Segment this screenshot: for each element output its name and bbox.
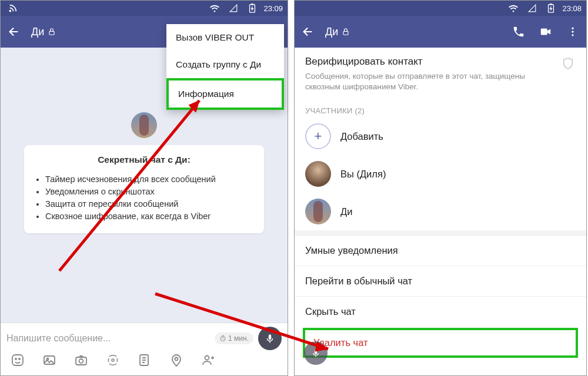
avatar — [305, 161, 331, 187]
contact-avatar[interactable] — [131, 112, 157, 138]
menu-information[interactable]: Информация — [166, 78, 284, 110]
gif-icon[interactable] — [105, 352, 121, 368]
participant-you[interactable]: Вы (Диля) — [295, 155, 586, 193]
hide-chat[interactable]: Скрыть чат — [295, 296, 586, 327]
battery-icon — [245, 1, 260, 16]
svg-rect-20 — [343, 31, 348, 35]
svg-rect-10 — [76, 357, 86, 365]
svg-point-0 — [9, 11, 11, 12]
contact-share-icon[interactable] — [201, 352, 216, 368]
back-icon[interactable] — [6, 24, 22, 39]
svg-point-11 — [79, 359, 83, 363]
signal-icon — [226, 1, 241, 16]
svg-point-24 — [572, 34, 573, 36]
composer-stub — [299, 341, 335, 367]
svg-rect-5 — [12, 355, 23, 365]
message-input[interactable]: Напишите сообщение... — [6, 333, 215, 344]
verify-contact[interactable]: Верифицировать контакт Сообщения, которы… — [295, 48, 586, 100]
svg-rect-21 — [541, 29, 547, 35]
location-icon[interactable] — [169, 352, 184, 368]
clock-text: 23:09 — [263, 4, 283, 13]
bullet: Таймер исчезновения для всех сообщений — [45, 173, 253, 186]
svg-point-12 — [112, 359, 114, 361]
clock-text: 23:08 — [562, 4, 582, 13]
wifi-icon — [506, 1, 521, 16]
delete-chat[interactable]: Удалить чат — [303, 328, 578, 358]
participant-other[interactable]: Ди — [295, 193, 586, 230]
timer-pill[interactable]: 1 мин. — [215, 333, 253, 344]
to-normal-chat[interactable]: Перейти в обычный чат — [295, 266, 586, 296]
info-body: Верифицировать контакт Сообщения, которы… — [295, 48, 586, 375]
overflow-menu: Вызов VIBER OUT Создать группу с Ди Инфо… — [166, 24, 284, 110]
shield-icon — [560, 56, 576, 71]
svg-point-15 — [205, 356, 209, 360]
call-icon[interactable] — [511, 24, 526, 39]
svg-point-7 — [19, 358, 20, 360]
statusbar: 23:09 — [1, 1, 288, 16]
gallery-icon[interactable] — [42, 352, 57, 368]
card-bullets: Таймер исчезновения для всех сообщений У… — [35, 173, 253, 223]
menu-viber-out[interactable]: Вызов VIBER OUT — [166, 24, 284, 51]
svg-rect-3 — [49, 31, 54, 35]
composer: Напишите сообщение... 1 мин. — [1, 323, 288, 375]
smart-notifications[interactable]: Умные уведомления — [295, 235, 586, 266]
svg-rect-2 — [252, 4, 254, 5]
bullet: Уведомления о скриншотах — [45, 186, 253, 198]
chat-title[interactable]: Ди — [325, 26, 350, 38]
video-icon[interactable] — [538, 24, 553, 39]
statusbar: 23:08 — [295, 1, 586, 16]
camera-icon[interactable] — [74, 352, 89, 368]
clock-icon — [219, 335, 226, 342]
card-title: Секретный чат с Ди: — [35, 155, 253, 165]
lock-icon — [48, 28, 56, 36]
rss-icon — [5, 1, 21, 16]
verify-title: Верифицировать контакт — [305, 56, 560, 68]
composer-tools — [6, 350, 282, 368]
svg-point-23 — [572, 31, 573, 32]
add-participant[interactable]: + Добавить — [295, 118, 586, 155]
participants-label: УЧАСТНИКИ (2) — [295, 100, 586, 118]
wifi-icon — [207, 1, 222, 16]
phone-right: 23:08 Ди Верифицировать контакт Сообщени… — [294, 0, 587, 376]
svg-rect-19 — [550, 4, 553, 5]
signal-icon — [524, 1, 540, 16]
overflow-icon[interactable] — [565, 24, 580, 39]
appbar: Ди — [295, 16, 586, 48]
back-icon[interactable] — [300, 24, 316, 39]
bullet: Защита от пересылки сообщений — [45, 198, 253, 210]
secret-chat-card: Секретный чат с Ди: Таймер исчезновения … — [24, 145, 264, 233]
avatar — [305, 199, 331, 224]
svg-point-22 — [572, 28, 573, 29]
mic-icon — [265, 333, 275, 344]
mic-button[interactable] — [258, 327, 282, 350]
svg-point-6 — [15, 358, 16, 360]
menu-create-group[interactable]: Создать группу с Ди — [166, 51, 284, 78]
phone-left: 23:09 Ди Секретный чат с Ди: Таймер исче… — [0, 0, 288, 376]
plus-icon: + — [305, 123, 331, 149]
chat-title[interactable]: Ди — [31, 26, 56, 38]
doodle-icon[interactable] — [137, 352, 152, 368]
verify-subtitle: Сообщения, которые вы отправляете в этот… — [305, 71, 560, 92]
svg-point-14 — [175, 358, 178, 361]
mic-button[interactable] — [304, 341, 328, 365]
sticker-icon[interactable] — [10, 352, 25, 368]
lock-icon — [342, 28, 350, 36]
battery-icon — [543, 1, 559, 16]
bullet: Сквозное шифрование, как всегда в Viber — [45, 210, 253, 223]
